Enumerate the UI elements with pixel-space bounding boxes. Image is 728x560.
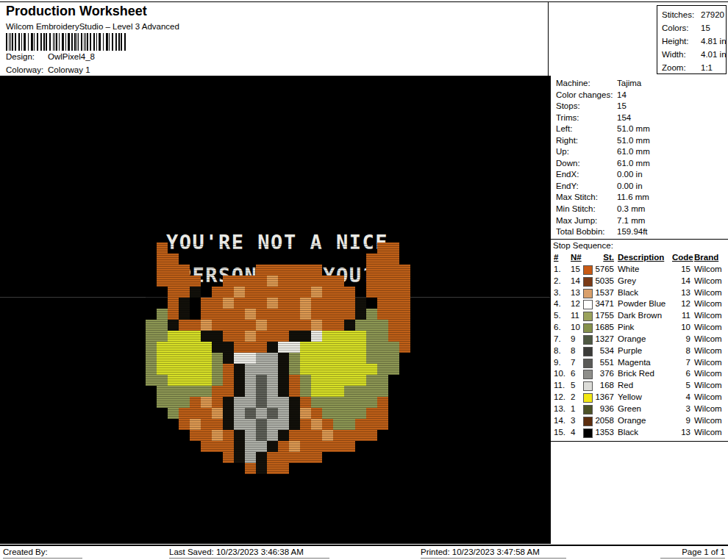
stop-number: 9. (554, 357, 571, 369)
needle-number: 7 (571, 357, 583, 369)
footer-printed: Printed: 10/23/2023 3:47:58 AM (421, 547, 566, 559)
thread-swatch (583, 289, 593, 298)
needle-number: 13 (571, 287, 583, 299)
col-header-code: Code (672, 252, 690, 264)
stop-sequence-row: 12.21367Yellow4Wilcom (551, 392, 728, 403)
stop-number: 6. (554, 322, 571, 334)
thread-code: 10 (672, 322, 690, 334)
stitch-count: 2058 (593, 415, 614, 427)
stitch-count: 1353 (593, 427, 614, 439)
thread-brand: Wilcom (690, 403, 728, 415)
stop-sequence-row: 4.123471Powder Blue12Wilcom (551, 298, 728, 310)
needle-number: 2 (571, 392, 583, 403)
thread-swatch (583, 300, 593, 309)
barcode-icon (6, 33, 126, 51)
stats-value: 4.81 in (701, 37, 727, 46)
thread-swatch (583, 393, 593, 403)
machine-label: Left: (556, 123, 617, 135)
design-label: Design: (6, 52, 48, 61)
stats-value: 27920 (701, 10, 724, 19)
page-title: Production Worksheet (6, 4, 147, 19)
stats-value: 1:1 (701, 63, 713, 72)
page-top-rule (0, 1, 728, 2)
thread-code: 7 (672, 357, 690, 369)
swatch-cell (583, 368, 593, 380)
stop-sequence-header: #N#St.DescriptionCodeBrand (551, 252, 728, 264)
stats-label: Width: (662, 48, 701, 61)
machine-row: Color changes:14 (556, 90, 727, 101)
swatch-cell (583, 380, 593, 392)
needle-number: 9 (571, 334, 583, 345)
table-bottom-rule (551, 441, 728, 442)
thread-code: 12 (672, 298, 690, 310)
thread-description: Red (614, 380, 672, 392)
machine-label: Down: (556, 158, 617, 170)
machine-value: 61.0 mm (617, 158, 650, 170)
needle-number: 11 (571, 310, 583, 322)
machine-value: 14 (617, 90, 627, 101)
stats-value: 15 (701, 24, 710, 32)
colorway-row: Colorway:Colorway 1 (6, 65, 90, 74)
machine-value: 51.0 mm (617, 135, 650, 147)
needle-number: 8 (571, 345, 583, 357)
swatch-cell (583, 322, 593, 334)
stop-number: 13. (554, 403, 571, 415)
stitch-count: 551 (593, 357, 614, 369)
needle-number: 10 (571, 322, 583, 334)
machine-value: 0.00 in (617, 181, 643, 193)
machine-label: Max Jump: (556, 215, 617, 227)
thread-code: 15 (672, 264, 690, 276)
thread-brand: Wilcom (690, 427, 728, 439)
machine-label: Machine: (556, 78, 617, 90)
thread-description: Orange (614, 334, 672, 345)
stop-sequence-row: 13.1936Green3Wilcom (551, 403, 728, 415)
col-header-n: N# (571, 252, 583, 264)
thread-brand: Wilcom (690, 322, 728, 334)
machine-value: 0.00 in (617, 169, 643, 181)
thread-brand: Wilcom (690, 310, 728, 322)
thread-swatch (583, 347, 593, 356)
stats-row: Width:4.01 in (662, 48, 726, 61)
stop-sequence-row: 9.7551Magenta7Wilcom (551, 357, 728, 369)
machine-value: 7.1 mm (617, 215, 645, 227)
panel-divider (551, 239, 728, 240)
swatch-cell (583, 392, 593, 403)
embroidery-preview: YOU'RE NOT A NICE PERSON,ARE YOU? (0, 76, 550, 544)
swatch-cell (583, 276, 593, 287)
machine-row: Left:51.0 mm (556, 123, 727, 135)
stitch-count: 5765 (593, 264, 614, 276)
stop-sequence-table: #N#St.DescriptionCodeBrand1.155765White1… (551, 252, 728, 439)
needle-number: 12 (571, 298, 583, 310)
col-header-num: # (554, 252, 571, 264)
stats-row: Zoom:1:1 (662, 61, 726, 74)
needle-number: 6 (571, 368, 583, 380)
stats-row: Height:4.81 in (662, 35, 726, 48)
stats-value: 4.01 in (701, 50, 727, 59)
footer-last-saved: Last Saved: 10/23/2023 3:46:38 AM (169, 547, 329, 559)
machine-label: Up: (556, 146, 617, 158)
machine-row: Right:51.0 mm (556, 135, 727, 147)
needle-number: 5 (571, 380, 583, 392)
thread-description: Magenta (614, 357, 672, 369)
thread-code: 5 (672, 380, 690, 392)
thread-code: 14 (672, 276, 690, 287)
needle-number: 4 (571, 427, 583, 439)
machine-row: Machine:Tajima (556, 78, 727, 90)
header-divider (548, 1, 549, 76)
machine-value: 51.0 mm (617, 123, 650, 135)
stop-number: 10. (554, 368, 571, 380)
machine-row: Down:61.0 mm (556, 158, 727, 170)
col-header-swatch (583, 252, 593, 264)
stitch-count: 534 (593, 345, 614, 357)
thread-description: Grey (614, 276, 672, 287)
thread-description: Purple (614, 345, 672, 357)
needle-number: 15 (571, 264, 583, 276)
thread-code: 6 (672, 368, 690, 380)
machine-label: Max Stitch: (556, 192, 617, 204)
stop-number: 1. (554, 264, 571, 276)
col-header-st: St. (593, 252, 614, 264)
thread-brand: Wilcom (690, 276, 728, 287)
needle-number: 3 (571, 415, 583, 427)
machine-value: 11.6 mm (617, 192, 649, 204)
swatch-cell (583, 310, 593, 322)
